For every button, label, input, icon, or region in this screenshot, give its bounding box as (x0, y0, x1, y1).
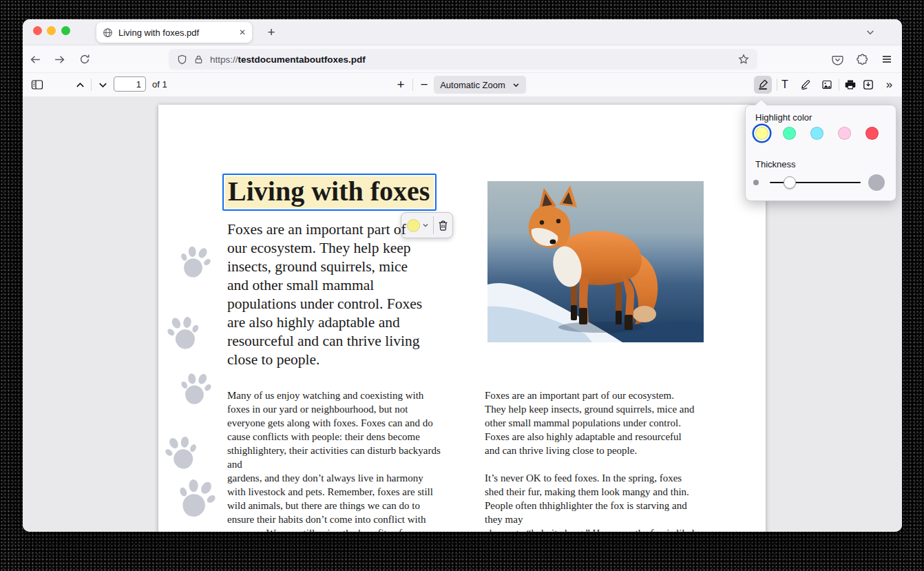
highlight-settings-panel: Highlight color Thickness (745, 105, 896, 201)
thickness-label: Thickness (755, 159, 796, 169)
forward-button[interactable] (49, 49, 70, 70)
paw-print-icon (165, 313, 202, 353)
tab-living-with-foxes[interactable]: Living with foxes.pdf ✕ (96, 22, 252, 43)
printer-icon (845, 79, 856, 90)
highlighter-icon (757, 79, 768, 90)
color-swatch-yellow[interactable] (755, 127, 768, 140)
highlight-color-swatches (755, 127, 879, 140)
url-text[interactable]: https://testdocumentaboutfoxes.pdf (210, 54, 732, 65)
pocket-button[interactable] (827, 49, 848, 70)
chevron-down-icon (512, 81, 520, 89)
tab-close-icon[interactable]: ✕ (239, 28, 246, 37)
back-arrow-icon (30, 54, 41, 65)
thickness-slider-thumb[interactable] (784, 176, 796, 189)
url-scheme: https:// (210, 54, 238, 65)
fox-photo (487, 181, 704, 342)
previous-page-button[interactable] (71, 76, 89, 94)
highlight-color-label: Highlight color (755, 112, 812, 123)
right-column-paragraph-2: It’s never OK to feed foxes. In the spri… (485, 471, 734, 532)
color-swatch-pink[interactable] (838, 127, 851, 140)
image-icon (821, 79, 832, 90)
tab-bar: Living with foxes.pdf ✕ + (23, 19, 902, 45)
paw-print-icon (172, 473, 220, 523)
save-button[interactable] (859, 76, 877, 94)
selected-highlight-annotation[interactable]: Living with foxes (222, 174, 437, 211)
paw-print-icon (178, 370, 213, 408)
pencil-icon (800, 79, 811, 90)
right-column-paragraph-1: Foxes are an important part of our ecosy… (485, 388, 734, 457)
puzzle-icon (857, 54, 868, 65)
image-tool-button[interactable] (818, 76, 836, 94)
chevron-down-icon (98, 80, 108, 90)
bookmark-star-icon[interactable] (738, 54, 749, 65)
url-host: testdocumentaboutfoxes.pdf (238, 54, 366, 65)
pdf-toolbar: of 1 + − Automatic Zoom T (23, 72, 902, 97)
free-text-tool-button[interactable]: T (776, 76, 794, 94)
chevron-up-icon (75, 80, 85, 90)
pocket-icon (832, 54, 843, 65)
extensions-button[interactable] (852, 49, 872, 70)
globe-icon (103, 28, 113, 38)
highlight-tool-button[interactable] (754, 76, 772, 94)
list-all-tabs-button[interactable] (861, 25, 879, 40)
chevron-down-icon (865, 28, 875, 37)
sidebar-icon (31, 79, 43, 90)
traffic-light-close[interactable] (33, 26, 42, 35)
shield-icon[interactable] (177, 54, 187, 65)
more-tools-button[interactable]: » (880, 76, 898, 94)
draw-tool-button[interactable] (797, 76, 815, 94)
navigation-toolbar: https://testdocumentaboutfoxes.pdf (23, 45, 902, 72)
lock-icon[interactable] (193, 54, 204, 65)
paw-print-icon (176, 242, 214, 282)
zoom-level-select[interactable]: Automatic Zoom (434, 76, 526, 94)
toggle-sidebar-button[interactable] (28, 76, 46, 94)
color-swatch-red[interactable] (865, 127, 879, 140)
paw-print-icon (162, 432, 202, 473)
left-column-paragraph: Many of us enjoy watching and coexisting… (227, 388, 476, 532)
page-count-label: of 1 (152, 79, 167, 90)
traffic-light-minimize[interactable] (47, 26, 56, 35)
zoom-select-label: Automatic Zoom (440, 80, 505, 90)
print-button[interactable] (841, 76, 859, 94)
hamburger-menu-icon (881, 54, 892, 65)
download-icon (863, 79, 874, 90)
pdf-page: Living with foxes Foxes are an (158, 105, 766, 532)
document-title: Living with foxes (225, 176, 434, 208)
url-bar[interactable]: https://testdocumentaboutfoxes.pdf (169, 49, 757, 70)
color-swatch-green[interactable] (783, 127, 796, 140)
next-page-button[interactable] (94, 76, 112, 94)
back-button[interactable] (25, 49, 45, 70)
tab-title: Living with foxes.pdf (118, 28, 233, 38)
reload-button[interactable] (74, 49, 95, 70)
thickness-max-icon (868, 174, 885, 191)
color-swatch-blue[interactable] (810, 127, 823, 140)
forward-arrow-icon (54, 54, 65, 65)
browser-window: Living with foxes.pdf ✕ + (23, 19, 902, 532)
intro-paragraph: Foxes are an important part of our ecosy… (227, 220, 475, 369)
zoom-in-button[interactable]: + (392, 76, 410, 94)
new-tab-button[interactable]: + (262, 23, 280, 41)
traffic-light-zoom[interactable] (61, 26, 70, 35)
reload-icon (79, 54, 90, 65)
zoom-out-button[interactable]: − (415, 76, 433, 94)
app-menu-button[interactable] (876, 49, 897, 70)
page-number-input[interactable] (114, 76, 146, 92)
thickness-min-icon (753, 180, 759, 185)
